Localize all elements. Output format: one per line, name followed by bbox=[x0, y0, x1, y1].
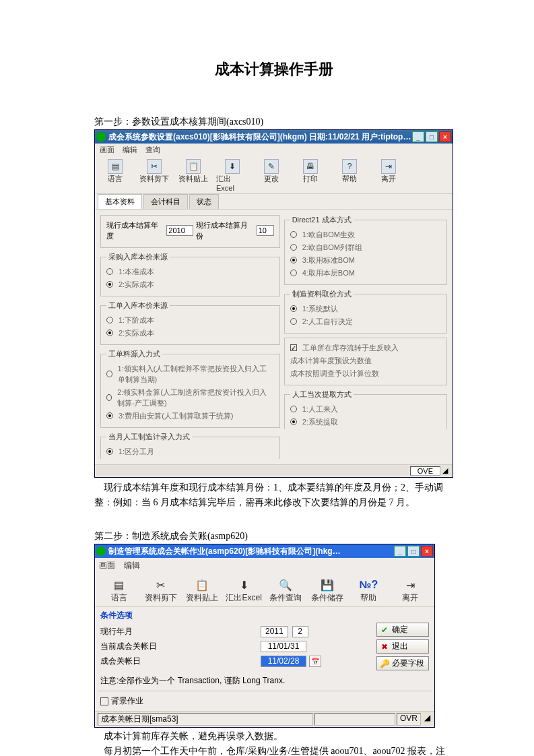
minimize-button[interactable]: _ bbox=[412, 131, 424, 142]
maximize-button[interactable]: □ bbox=[426, 131, 438, 142]
tool-help[interactable]: ?帮助 bbox=[333, 159, 366, 192]
group-mfg-data: 制造资料取价方式 1:系统默认 2:人工自行决定 bbox=[284, 289, 447, 334]
flag-icon: ▤ bbox=[108, 159, 123, 174]
radio-icon[interactable] bbox=[290, 257, 297, 263]
tool-exit[interactable]: ⇥离开 bbox=[390, 577, 430, 604]
radio-icon[interactable] bbox=[290, 406, 297, 412]
group-direct21: Direct21 成本方式 1:欧自BOM生效 2:欧自BOM列群组 3:取用标… bbox=[284, 215, 447, 285]
edit-icon: ✎ bbox=[264, 159, 279, 174]
radio-icon[interactable] bbox=[290, 418, 297, 425]
tab-basic[interactable]: 基本资料 bbox=[98, 194, 142, 209]
current-year-month-label: 现行年月 bbox=[100, 626, 261, 637]
required-fields-button[interactable]: 🔑必要字段 bbox=[376, 656, 429, 670]
tab-status[interactable]: 状态 bbox=[189, 194, 219, 209]
group-misc-checks: 工单所在库存流转于生反映入 成本计算年度预设为数值 成本按照调查予以计算位数 bbox=[284, 338, 447, 385]
close-date-input[interactable]: 11/02/28 bbox=[261, 656, 306, 667]
close-button[interactable]: × bbox=[439, 131, 451, 142]
group-wo-source: 工单料源入力式 1:领实料入(人工制程并不常把按资投入归入工单制算当期) 2:领… bbox=[100, 349, 280, 428]
menu-item[interactable]: 编辑 bbox=[124, 561, 140, 570]
excel-icon: ⬇ bbox=[225, 159, 240, 174]
close-date-label: 成会关帐日 bbox=[100, 656, 261, 667]
menubar: 画面 编辑 bbox=[95, 558, 434, 573]
x-icon: ✖ bbox=[380, 642, 389, 652]
window-title: 制造管理系统成会关帐作业(asmp620)[影驰科技有限公司](hkg… bbox=[108, 546, 394, 557]
maximize-button[interactable]: □ bbox=[407, 546, 420, 557]
close-button[interactable]: × bbox=[421, 546, 433, 557]
radio-icon[interactable] bbox=[290, 231, 297, 238]
group-wo-store: 工单入库本价来源 1:下阶成本 2:实际成本 bbox=[100, 301, 280, 345]
print-icon: 🖶 bbox=[303, 159, 318, 174]
menu-item[interactable]: 画面 bbox=[99, 561, 115, 570]
radio-icon[interactable] bbox=[290, 244, 297, 251]
status-ove: OVE bbox=[410, 466, 440, 476]
ok-button[interactable]: ✔确定 bbox=[376, 623, 429, 637]
menu-item[interactable]: 编辑 bbox=[121, 145, 139, 155]
radio-icon[interactable] bbox=[106, 371, 112, 377]
menu-item[interactable]: 查询 bbox=[143, 145, 162, 155]
background-job-label: 背景作业 bbox=[111, 695, 143, 707]
tool-print[interactable]: 🖶打印 bbox=[294, 159, 327, 192]
tabs: 基本资料 会计科目 状态 bbox=[95, 194, 453, 210]
step-1-heading: 第一步：参数设置成本核算期间(axcs010) bbox=[94, 116, 453, 128]
step-2-heading: 第二步：制造系统成会关账(asmp620) bbox=[94, 530, 453, 542]
form: 现行年月 2011 2 当前成会关帐日 11/01/31 成会关帐日 11/02… bbox=[95, 623, 434, 672]
tool-cut[interactable]: ✂资料剪下 bbox=[141, 577, 181, 604]
radio-icon[interactable] bbox=[106, 268, 113, 275]
help-icon: №? bbox=[360, 577, 377, 592]
check-icon: ✔ bbox=[380, 625, 389, 635]
radio-icon[interactable] bbox=[106, 448, 113, 455]
tool-query[interactable]: 🔍条件查询 bbox=[265, 577, 306, 604]
radio-icon[interactable] bbox=[290, 305, 297, 312]
window-asmp620: 制造管理系统成会关帐作业(asmp620)[影驰科技有限公司](hkg… _ □… bbox=[94, 544, 435, 728]
resize-grip-icon[interactable]: ◢ bbox=[422, 713, 432, 726]
group-labor: 人工当次提取方式 1:人工来入 2:系统提取 bbox=[284, 389, 447, 429]
radio-icon[interactable] bbox=[106, 394, 112, 401]
current-close-value: 11/01/31 bbox=[261, 641, 306, 652]
status-left: 成本关帐日期[sma53] bbox=[98, 713, 313, 726]
toolbar: ▤语言 ✂资料剪下 📋资料贴上 ⬇汇出Excel ✎更改 🖶打印 ?帮助 ⇥离开 bbox=[95, 156, 453, 194]
radio-icon[interactable] bbox=[290, 318, 297, 325]
menu-item[interactable]: 画面 bbox=[98, 145, 116, 155]
resize-grip-icon[interactable]: ◢ bbox=[440, 466, 450, 476]
tool-language[interactable]: ▤语言 bbox=[99, 159, 131, 192]
tool-save-cond[interactable]: 💾条件储存 bbox=[307, 577, 347, 604]
tool-export[interactable]: ⬇汇出Excel bbox=[216, 159, 248, 192]
search-icon: 🔍 bbox=[277, 577, 294, 592]
tool-help[interactable]: №?帮助 bbox=[349, 577, 389, 604]
group-monthly-labor: 当月人工制造计录入力式 1:区分工月 bbox=[100, 432, 280, 459]
radio-icon[interactable] bbox=[106, 329, 113, 336]
current-year-value: 2011 bbox=[261, 626, 288, 637]
tool-paste[interactable]: 📋资料贴上 bbox=[177, 159, 209, 192]
radio-icon[interactable] bbox=[106, 317, 113, 323]
minimize-button[interactable]: _ bbox=[394, 546, 406, 557]
group-purchase-store: 采购入库本价来源 1:本准成本 2:实际成本 bbox=[100, 252, 280, 296]
tool-exit[interactable]: ⇥离开 bbox=[372, 159, 405, 192]
tool-edit[interactable]: ✎更改 bbox=[255, 159, 288, 192]
background-job-checkbox[interactable] bbox=[100, 697, 108, 705]
checkbox-icon[interactable] bbox=[290, 344, 297, 351]
excel-icon: ⬇ bbox=[235, 577, 253, 592]
toolbar: ▤语言 ✂资料剪下 📋资料贴上 ⬇汇出Excel 🔍条件查询 💾条件储存 №?帮… bbox=[95, 573, 434, 607]
period-year-input[interactable] bbox=[166, 225, 193, 236]
titlebar: 制造管理系统成会关帐作业(asmp620)[影驰科技有限公司](hkg… _ □… bbox=[95, 544, 434, 558]
date-picker-button[interactable]: 📅 bbox=[309, 656, 321, 667]
section-label: 条件选项 bbox=[95, 607, 434, 623]
document-title: 成本计算操作手册 bbox=[94, 59, 453, 80]
paragraph-1: 现行成本结算年度和现行成本结算月份：1、成本要结算的年度及月份；2、手动调整：例… bbox=[94, 480, 453, 510]
app-icon bbox=[96, 546, 106, 556]
radio-icon[interactable] bbox=[106, 412, 113, 419]
tab-account[interactable]: 会计科目 bbox=[143, 194, 188, 209]
status-bar: OVE ◢ bbox=[95, 464, 453, 477]
tool-export[interactable]: ⬇汇出Excel bbox=[224, 577, 264, 604]
tool-cut[interactable]: ✂资料剪下 bbox=[138, 159, 170, 192]
tool-language[interactable]: ▤语言 bbox=[99, 577, 139, 604]
radio-icon[interactable] bbox=[290, 270, 297, 276]
period-month-input[interactable] bbox=[257, 225, 274, 236]
paste-icon: 📋 bbox=[186, 159, 201, 174]
paragraph-2b: 每月初第一个工作天中午前，仓库/采购/业务/生管提供 aoou701、aoou7… bbox=[94, 744, 453, 756]
transaction-note: 注意:全部作业为一个 Transaction, 谨防 Long Tranx. bbox=[95, 672, 434, 691]
radio-icon[interactable] bbox=[106, 281, 113, 288]
tool-paste[interactable]: 📋资料贴上 bbox=[182, 577, 223, 604]
exit-button[interactable]: ✖退出 bbox=[376, 639, 429, 654]
exit-icon: ⇥ bbox=[381, 159, 396, 174]
